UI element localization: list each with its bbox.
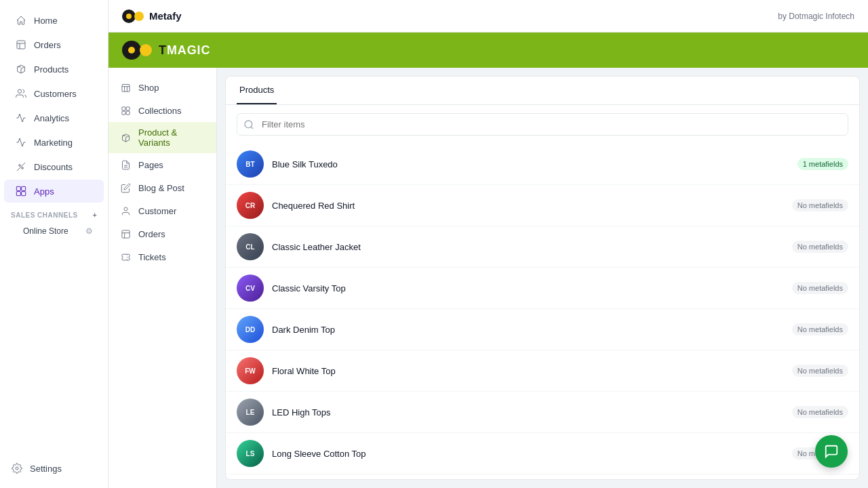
topbar-subtitle: by Dotmagic Infotech	[778, 12, 854, 21]
metafields-badge-5: No metafields	[792, 323, 848, 336]
app-sidebar-collections[interactable]: Collections	[108, 99, 216, 122]
banner-text: TMAGIC	[159, 43, 210, 58]
metafields-badge-1: 1 metafields	[797, 158, 848, 170]
sales-channels-section: SALES CHANNELS +	[0, 203, 108, 222]
banner-dark-circle	[122, 41, 141, 60]
sidebar-item-discounts-label: Discounts	[34, 162, 73, 172]
sidebar-item-discounts[interactable]: Discounts	[4, 155, 104, 178]
orders-icon	[15, 39, 27, 51]
app-sidebar-orders-label: Orders	[138, 229, 165, 239]
product-avatar-2: CR	[237, 192, 264, 219]
svg-point-10	[128, 47, 135, 54]
product-avatar-1: BT	[237, 150, 264, 178]
sales-channels-title: SALES CHANNELS	[11, 211, 78, 219]
svg-rect-11	[121, 106, 125, 110]
sidebar-item-customers-label: Customers	[34, 89, 77, 99]
inner-layout: Shop Collections Product & Variants Page…	[108, 68, 868, 488]
svg-point-1	[19, 165, 21, 167]
product-name-4: Classic Varsity Top	[272, 283, 784, 293]
app-sidebar-customer-label: Customer	[138, 206, 176, 216]
app-sidebar-tickets[interactable]: Tickets	[108, 245, 216, 268]
svg-point-8	[16, 467, 18, 470]
app-sidebar-shop[interactable]: Shop	[108, 76, 216, 99]
svg-rect-0	[17, 41, 25, 49]
chat-icon	[824, 444, 839, 459]
sidebar-item-analytics[interactable]: Analytics	[4, 106, 104, 129]
main-content: Metafy by Dotmagic Infotech TMAGIC Shop	[108, 0, 868, 488]
app-sidebar-pages-label: Pages	[138, 160, 163, 170]
svg-rect-18	[121, 230, 129, 237]
app-sidebar-pages[interactable]: Pages	[108, 153, 216, 176]
apps-icon	[15, 185, 27, 197]
product-row[interactable]: BT Blue Silk Tuxedo 1 metafields	[226, 144, 859, 185]
metafields-badge-4: No metafields	[792, 282, 848, 294]
home-icon	[15, 14, 27, 26]
sidebar-item-marketing-label: Marketing	[34, 138, 73, 148]
products-icon	[15, 63, 27, 75]
product-row[interactable]: FW Floral White Top No metafields	[226, 350, 859, 392]
settings-label: Settings	[30, 464, 62, 474]
product-avatar-7: LE	[237, 399, 264, 426]
app-sidebar-shop-label: Shop	[138, 83, 159, 93]
app-sidebar-blog-post[interactable]: Blog & Post	[108, 176, 216, 199]
svg-rect-13	[121, 111, 125, 115]
svg-point-19	[245, 121, 252, 128]
products-panel: Products BT Blue Silk Tuxedo 1 metafield…	[225, 76, 860, 480]
customers-icon	[15, 87, 27, 100]
brand: Metafy	[122, 9, 182, 23]
product-row[interactable]: CV Classic Varsity Top No metafields	[226, 268, 859, 309]
sidebar-item-home-label: Home	[34, 16, 58, 26]
fab-chat-button[interactable]	[815, 435, 848, 468]
pages-icon	[119, 159, 132, 171]
product-avatar-6: FW	[237, 357, 264, 384]
product-row[interactable]: CL Classic Leather Jacket No metafields	[226, 226, 859, 268]
svg-rect-14	[126, 111, 130, 115]
orders-app-icon	[119, 228, 132, 240]
product-row[interactable]: NS Navy Sports Jacket No metafields	[226, 474, 859, 479]
search-bar	[237, 113, 848, 136]
svg-line-3	[17, 163, 25, 171]
collections-icon	[119, 104, 132, 117]
product-row[interactable]: DD Dark Denim Top No metafields	[226, 309, 859, 350]
topbar: Metafy by Dotmagic Infotech	[108, 0, 868, 33]
svg-rect-7	[22, 192, 26, 196]
product-row[interactable]: CR Chequered Red Shirt No metafields	[226, 185, 859, 226]
sidebar-item-customers[interactable]: Customers	[4, 82, 104, 105]
green-banner: TMAGIC	[108, 33, 868, 68]
product-row[interactable]: LE LED High Tops No metafields	[226, 392, 859, 433]
svg-rect-6	[16, 192, 20, 196]
sidebar-item-online-store[interactable]: Online Store ⚙	[4, 222, 104, 240]
app-sidebar-tickets-label: Tickets	[138, 252, 166, 262]
app-sidebar-product-variants[interactable]: Product & Variants	[108, 122, 216, 153]
metafields-badge-2: No metafields	[792, 199, 848, 211]
settings-icon	[11, 462, 23, 474]
sidebar-item-home[interactable]: Home	[4, 9, 104, 32]
sidebar-item-orders-label: Orders	[34, 40, 61, 50]
svg-point-17	[124, 207, 127, 210]
sidebar-item-marketing[interactable]: Marketing	[4, 131, 104, 154]
online-store-settings-icon[interactable]: ⚙	[85, 226, 93, 236]
online-store-label: Online Store	[23, 226, 68, 236]
product-name-3: Classic Leather Jacket	[272, 242, 784, 252]
search-icon	[243, 119, 254, 130]
svg-rect-4	[16, 186, 20, 190]
product-row[interactable]: LS Long Sleeve Cotton Top No metafields	[226, 433, 859, 474]
sidebar-item-settings[interactable]: Settings	[0, 457, 108, 480]
sidebar-item-products-label: Products	[34, 64, 68, 75]
add-channel-icon[interactable]: +	[93, 211, 97, 219]
analytics-icon	[15, 112, 27, 124]
blog-icon	[119, 182, 132, 194]
app-sidebar-orders[interactable]: Orders	[108, 222, 216, 245]
sidebar-item-orders[interactable]: Orders	[4, 33, 104, 56]
tab-products[interactable]: Products	[237, 77, 277, 104]
customer-icon	[119, 205, 132, 217]
brand-name: Metafy	[149, 10, 182, 22]
sidebar-item-apps[interactable]: Apps	[4, 180, 104, 203]
sidebar-item-products[interactable]: Products	[4, 58, 104, 81]
product-avatar-8: LS	[237, 440, 264, 467]
svg-point-2	[22, 167, 24, 169]
app-sidebar-customer[interactable]: Customer	[108, 199, 216, 222]
tab-products-label: Products	[239, 85, 274, 95]
search-input[interactable]	[237, 113, 848, 136]
discounts-icon	[15, 161, 27, 173]
